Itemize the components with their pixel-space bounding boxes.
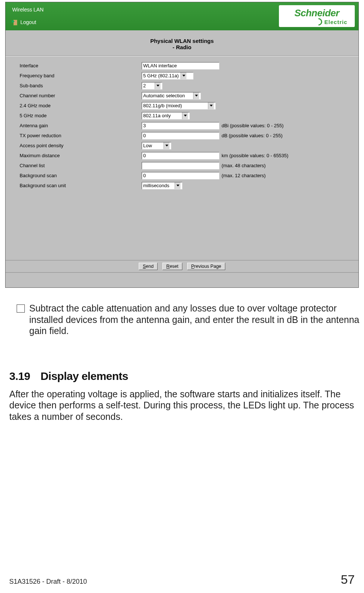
sub-bands-select[interactable]: 2 — [142, 82, 162, 90]
bg-scan-unit-select[interactable]: milliseconds — [142, 182, 182, 189]
antenna-gain-hint: dBi (possible values: 0 - 255) — [222, 123, 284, 128]
channel-number-select[interactable]: Automatic selection — [142, 92, 201, 100]
label-bg-scan: Background scan — [20, 173, 142, 178]
label-ap-density: Access point density — [20, 143, 142, 148]
chevron-down-icon — [175, 182, 181, 189]
settings-form: Interface WLAN interface Frequency band … — [6, 61, 358, 193]
previous-page-button[interactable]: Previous Page — [187, 263, 225, 270]
brand-logo: Schneider Electric — [279, 5, 355, 27]
mode-24-select[interactable]: 802.11g/b (mixed) — [142, 102, 216, 109]
tx-power-input[interactable] — [142, 132, 219, 139]
max-distance-input[interactable] — [142, 152, 219, 159]
button-bar: Send Reset Previous Page — [6, 260, 358, 273]
label-tx-power: TX power reduction — [20, 133, 142, 138]
label-bg-scan-unit: Background scan unit — [20, 183, 142, 188]
header-bar: Wireless LAN Logout Schneider Electric — [6, 2, 358, 30]
chevron-down-icon — [208, 102, 214, 109]
mode-5-select[interactable]: 802.11a only — [142, 112, 190, 119]
chevron-down-icon — [182, 112, 188, 119]
frequency-band-select[interactable]: 5 GHz (802.11a) — [142, 72, 193, 80]
label-5ghz-mode: 5 GHz mode — [20, 113, 142, 118]
section-paragraph: After the operating voltage is applied, … — [0, 387, 364, 422]
label-frequency-band: Frequency band — [20, 73, 142, 78]
reset-button[interactable]: Reset — [162, 263, 183, 270]
bg-scan-input[interactable] — [142, 172, 219, 179]
chevron-down-icon — [155, 82, 161, 89]
instruction-block: Subtract the cable attenuation and any l… — [0, 288, 364, 337]
channel-list-hint: (max. 48 characters) — [222, 163, 266, 168]
label-24ghz-mode: 2.4 GHz mode — [20, 103, 142, 108]
instruction-text: Subtract the cable attenuation and any l… — [29, 303, 360, 337]
label-channel-number: Channel number — [20, 93, 142, 98]
label-max-distance: Maximum distance — [20, 153, 142, 158]
logout-label: Logout — [20, 19, 36, 25]
page-number: 57 — [341, 572, 355, 587]
panel-title: Physical WLAN settings - Radio — [6, 30, 358, 54]
chevron-down-icon — [164, 142, 169, 149]
bg-scan-hint: (max. 12 characters) — [222, 173, 266, 178]
chevron-down-icon — [193, 92, 199, 99]
page-footer: S1A31526 - Draft - 8/2010 57 — [9, 572, 355, 587]
label-channel-list: Channel list — [20, 163, 142, 168]
antenna-gain-input[interactable] — [142, 122, 219, 129]
interface-field: WLAN interface — [142, 62, 219, 70]
chevron-down-icon — [181, 73, 186, 79]
send-button[interactable]: Send — [139, 263, 158, 270]
section-number: 3.19 — [9, 370, 30, 383]
tx-power-hint: dB (possible values: 0 - 255) — [222, 133, 283, 138]
max-distance-hint: km (possible values: 0 - 65535) — [222, 153, 289, 158]
doc-reference: S1A31526 - Draft - 8/2010 — [9, 578, 87, 586]
section-title: Display elements — [40, 370, 128, 383]
label-sub-bands: Sub-bands — [20, 83, 142, 88]
checkbox-icon — [17, 304, 25, 313]
logo-main-text: Schneider — [283, 7, 351, 19]
logout-icon — [12, 20, 17, 25]
label-interface: Interface — [20, 63, 142, 68]
label-antenna-gain: Antenna gain — [20, 123, 142, 128]
ap-density-select[interactable]: Low — [142, 142, 171, 149]
section-heading: 3.19 Display elements — [0, 337, 364, 387]
config-screenshot: Wireless LAN Logout Schneider Electric P… — [5, 2, 359, 288]
logo-sub-text: Electric — [283, 18, 351, 26]
channel-list-input[interactable] — [142, 162, 219, 169]
